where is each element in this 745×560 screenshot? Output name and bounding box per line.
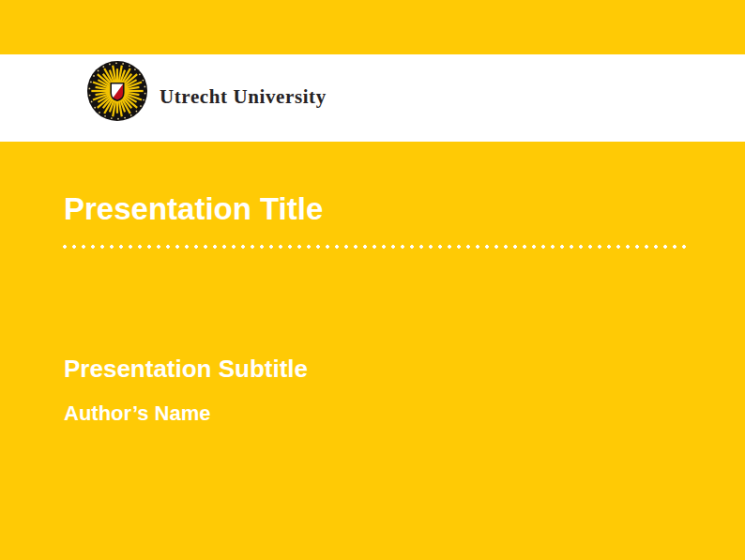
logo-band: Utrecht University [0,54,745,142]
sunburst-emblem-icon [86,60,148,122]
utrecht-university-logo [86,60,148,122]
author-name: Author’s Name [64,401,210,426]
university-wordmark: Utrecht University [160,85,327,109]
presentation-subtitle: Presentation Subtitle [64,355,308,384]
title-slide: Utrecht University Presentation Title Pr… [0,0,745,560]
dotted-separator [60,244,687,250]
presentation-title: Presentation Title [64,191,323,227]
top-accent-band [0,0,745,54]
shield-icon [111,83,124,100]
